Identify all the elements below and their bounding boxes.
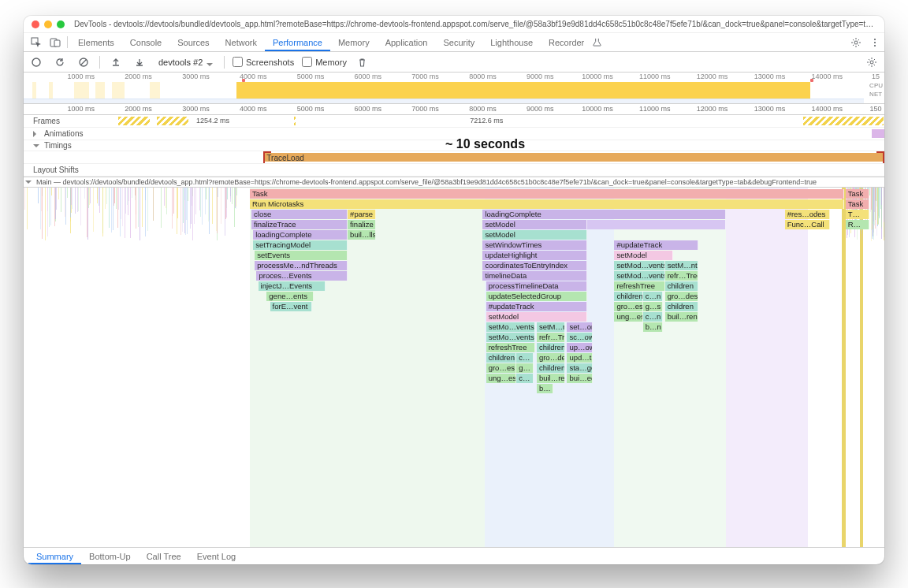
details-tab-event-log[interactable]: Event Log (189, 548, 244, 564)
flame-segment[interactable]: Task (250, 189, 844, 199)
flame-segment[interactable]: gro…des (537, 353, 565, 363)
tab-application[interactable]: Application (378, 33, 436, 51)
flame-segment[interactable]: setTracingModel (253, 240, 348, 250)
flame-segment[interactable]: R… (846, 220, 869, 229)
flame-segment[interactable]: setMod…vents (614, 261, 664, 270)
track-frames[interactable]: Frames 1254.2 ms 7212.6 ms (24, 115, 884, 128)
flame-segment[interactable]: setM…nts (537, 322, 565, 332)
flame-segment[interactable]: gro…es (614, 302, 642, 311)
flame-segment[interactable]: refr…Tree (537, 333, 565, 342)
session-selector[interactable]: devtools #2 (155, 56, 216, 69)
flame-segment[interactable]: ung…es (614, 312, 642, 322)
flame-segment[interactable]: processTimelineData (486, 281, 587, 291)
flame-segment[interactable]: children (665, 281, 699, 291)
expand-icon[interactable] (33, 131, 39, 137)
clear-button[interactable] (76, 54, 91, 70)
flame-segment[interactable]: set…on (567, 322, 592, 332)
flame-segment[interactable]: Task (846, 199, 869, 209)
flame-segment[interactable]: #updateTrack (486, 302, 587, 311)
flame-segment[interactable]: Task (846, 189, 869, 199)
flame-segment[interactable]: setEvents (255, 251, 348, 260)
flame-segment[interactable]: refreshTree (486, 343, 535, 352)
flame-segment[interactable]: b… (537, 384, 553, 393)
track-animations[interactable]: Animations (24, 128, 884, 140)
main-thread-header[interactable]: Main — devtools://devtools/bundled/devto… (24, 177, 884, 188)
tab-performance[interactable]: Performance (265, 33, 330, 51)
flame-segment[interactable]: children (537, 343, 565, 352)
flame-segment[interactable]: children (537, 363, 565, 373)
flame-segment[interactable]: c… (516, 374, 533, 383)
flame-segment[interactable]: sc…ow (567, 333, 592, 342)
flame-segment[interactable]: ung…es (486, 374, 517, 383)
upload-profile-button[interactable] (108, 54, 124, 70)
flame-segment[interactable]: c…n (643, 312, 664, 322)
memory-checkbox[interactable]: Memory (302, 57, 347, 67)
flame-segment[interactable]: Run Microtasks (250, 199, 844, 209)
flame-segment[interactable]: processMe…ndThreads (255, 261, 348, 270)
flame-segment[interactable]: loadingComplete (253, 230, 348, 240)
flame-segment[interactable]: proces…Events (256, 271, 348, 281)
collapse-icon[interactable] (25, 180, 32, 187)
flame-segment[interactable]: buil…lls (348, 230, 376, 240)
download-profile-button[interactable] (132, 54, 147, 70)
flame-segment[interactable]: gro…es (486, 363, 517, 373)
flame-segment[interactable]: close (251, 210, 348, 219)
capture-settings-gear-icon[interactable] (864, 54, 880, 70)
reload-record-button[interactable] (52, 54, 68, 70)
flame-segment[interactable]: Func…Call (785, 220, 831, 229)
flame-segment[interactable]: #parse (348, 210, 376, 219)
kebab-menu-icon[interactable] (865, 33, 884, 51)
settings-gear-icon[interactable] (847, 33, 865, 51)
flame-segment[interactable]: gene…ents (266, 292, 314, 301)
flame-segment[interactable]: c… (516, 353, 533, 363)
flame-segment[interactable]: children (665, 302, 699, 311)
flame-segment[interactable]: setWindowTimes (482, 240, 587, 250)
flame-segment[interactable]: children (614, 292, 642, 301)
flame-segment[interactable]: setModel (486, 312, 587, 322)
flame-segment[interactable]: timelineData (482, 271, 587, 281)
flame-segment[interactable]: setModel (482, 220, 587, 229)
inspect-icon[interactable] (27, 33, 46, 51)
flame-segment[interactable]: injectJ…Events (259, 281, 326, 291)
tab-security[interactable]: Security (435, 33, 482, 51)
close-window-dot[interactable] (32, 20, 39, 28)
device-toggle-icon[interactable] (46, 33, 65, 51)
details-tab-summary[interactable]: Summary (28, 548, 81, 564)
flame-segment[interactable]: bui…ed (567, 374, 592, 383)
tab-sources[interactable]: Sources (169, 33, 217, 51)
flame-segment[interactable]: finalizeTrace (251, 220, 348, 229)
flame-segment[interactable]: up…ow (567, 343, 592, 352)
tab-memory[interactable]: Memory (330, 33, 378, 51)
flame-segment[interactable]: buil…ren (665, 312, 699, 322)
flame-segment[interactable]: finalize (348, 220, 376, 229)
record-button[interactable] (28, 54, 44, 70)
tab-console[interactable]: Console (122, 33, 169, 51)
flame-segment[interactable]: gro…des (665, 292, 699, 301)
flame-segment[interactable]: #updateTrack (614, 240, 698, 250)
tab-recorder[interactable]: Recorder (541, 33, 592, 51)
collect-garbage-button[interactable] (355, 54, 370, 70)
flame-segment[interactable]: setM…nts (665, 261, 699, 270)
details-tab-call-tree[interactable]: Call Tree (139, 548, 189, 564)
tab-elements[interactable]: Elements (70, 33, 122, 51)
flame-chart[interactable]: TaskTaskRun MicrotasksTaskclose#parseloa… (24, 188, 884, 547)
track-layout-shifts[interactable]: Layout Shifts (24, 164, 884, 177)
flame-segment[interactable]: T… (846, 210, 869, 219)
timeline-overview[interactable]: 1000 ms2000 ms3000 ms4000 ms5000 ms6000 … (24, 73, 884, 104)
flame-segment[interactable]: updateHighlight (482, 251, 587, 260)
track-timings[interactable]: Timings ~ 10 seconds (24, 140, 884, 151)
flame-segment[interactable]: sta…ge (567, 363, 592, 373)
zoom-window-dot[interactable] (57, 20, 65, 28)
flame-segment[interactable]: forE…vent (270, 302, 313, 311)
flame-segment[interactable] (587, 220, 726, 229)
flame-segment[interactable]: setModel (482, 230, 587, 240)
detail-ruler[interactable]: 1000 ms2000 ms3000 ms4000 ms5000 ms6000 … (24, 104, 884, 115)
flame-segment[interactable]: b…n (643, 322, 664, 332)
tab-network[interactable]: Network (218, 33, 265, 51)
flame-segment[interactable]: refr…Tree (665, 271, 699, 281)
flame-segment[interactable]: setMod…vents (614, 271, 664, 281)
flame-segment[interactable]: buil…ren (537, 374, 565, 383)
flame-segment[interactable]: #res…odes (785, 210, 831, 219)
flame-segment[interactable]: setMo…vents (486, 333, 535, 342)
flame-segment[interactable]: coordinatesToEntryIndex (482, 261, 587, 270)
